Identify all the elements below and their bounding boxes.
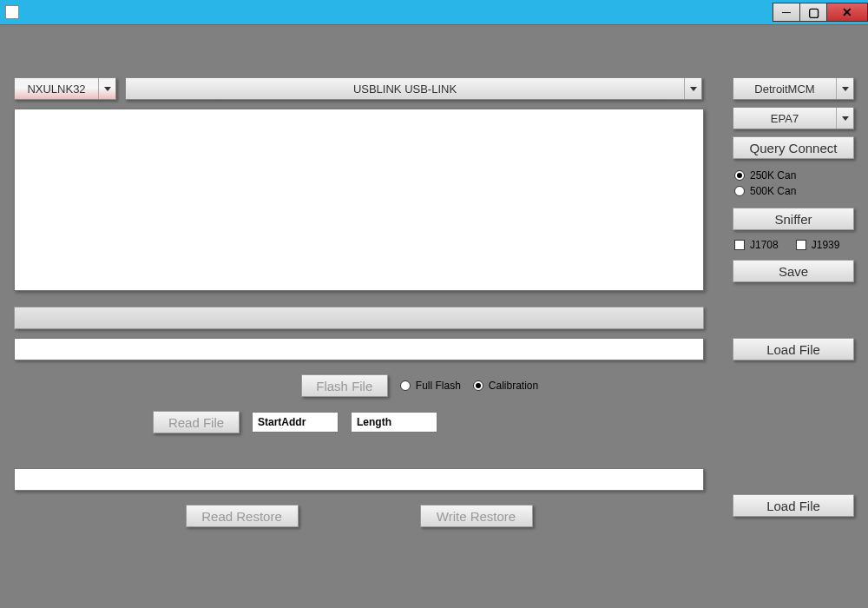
log-output[interactable] xyxy=(14,109,704,291)
client-area: NXULNK32 USBLINK USB-LINK Flash File Ful… xyxy=(0,24,868,608)
minimize-button[interactable]: ─ xyxy=(773,3,800,22)
j1708-checkbox[interactable]: J1708 xyxy=(734,239,779,251)
load-file-button-2[interactable]: Load File xyxy=(733,494,854,517)
can-250k-label: 250K Can xyxy=(750,169,796,182)
device-select-value: USBLINK USB-LINK xyxy=(126,78,684,99)
write-restore-label: Write Restore xyxy=(437,509,516,524)
maximize-button[interactable]: ▢ xyxy=(799,3,827,22)
j1708-label: J1708 xyxy=(750,239,779,251)
j1939-checkbox[interactable]: J1939 xyxy=(796,239,840,251)
save-label: Save xyxy=(779,264,808,279)
flash-file-button[interactable]: Flash File xyxy=(301,374,388,397)
device-select[interactable]: USBLINK USB-LINK xyxy=(125,77,702,100)
ecm-select[interactable]: DetroitMCM xyxy=(733,77,854,100)
full-flash-label: Full Flash xyxy=(416,380,461,392)
sniffer-button[interactable]: Sniffer xyxy=(733,208,854,230)
radio-icon xyxy=(400,380,411,391)
j1939-label: J1939 xyxy=(812,239,840,251)
load-file-1-label: Load File xyxy=(766,342,820,357)
checkbox-icon xyxy=(796,240,806,250)
adapter-select[interactable]: NXULNK32 xyxy=(14,77,116,100)
radio-icon xyxy=(734,186,745,196)
can-500k-label: 500K Can xyxy=(750,185,796,197)
radio-icon xyxy=(473,380,483,391)
query-connect-label: Query Connect xyxy=(750,141,838,155)
chevron-down-icon xyxy=(836,78,853,99)
close-button[interactable]: ✕ xyxy=(826,3,868,22)
flash-file-label: Flash File xyxy=(316,379,372,393)
restore-path-input[interactable] xyxy=(14,468,704,491)
emission-select-value: EPA7 xyxy=(733,108,836,129)
save-button[interactable]: Save xyxy=(733,260,854,282)
load-file-2-label: Load File xyxy=(766,499,820,513)
can-250k-radio[interactable]: 250K Can xyxy=(734,169,852,182)
file-path-input[interactable] xyxy=(14,338,704,360)
chevron-down-icon xyxy=(684,78,701,99)
read-restore-label: Read Restore xyxy=(201,509,282,524)
adapter-select-value: NXULNK32 xyxy=(15,78,98,99)
titlebar: ─ ▢ ✕ xyxy=(0,0,868,24)
chevron-down-icon xyxy=(98,78,115,99)
load-file-button-1[interactable]: Load File xyxy=(733,338,854,360)
radio-icon xyxy=(734,170,745,181)
query-connect-button[interactable]: Query Connect xyxy=(733,136,854,159)
calibration-radio[interactable]: Calibration xyxy=(473,380,538,392)
read-file-button[interactable]: Read File xyxy=(153,411,240,433)
checkbox-icon xyxy=(734,240,745,250)
ecm-select-value: DetroitMCM xyxy=(733,78,836,99)
start-addr-input[interactable] xyxy=(252,412,339,433)
app-icon xyxy=(5,5,19,19)
sniffer-label: Sniffer xyxy=(774,212,812,227)
full-flash-radio[interactable]: Full Flash xyxy=(400,380,461,392)
read-file-label: Read File xyxy=(168,415,224,430)
status-bar xyxy=(14,307,704,329)
write-restore-button[interactable]: Write Restore xyxy=(420,505,533,527)
length-input[interactable] xyxy=(351,412,437,433)
chevron-down-icon xyxy=(836,108,853,129)
calibration-label: Calibration xyxy=(489,380,538,392)
can-500k-radio[interactable]: 500K Can xyxy=(734,185,852,197)
emission-select[interactable]: EPA7 xyxy=(733,107,854,129)
read-restore-button[interactable]: Read Restore xyxy=(186,505,299,527)
